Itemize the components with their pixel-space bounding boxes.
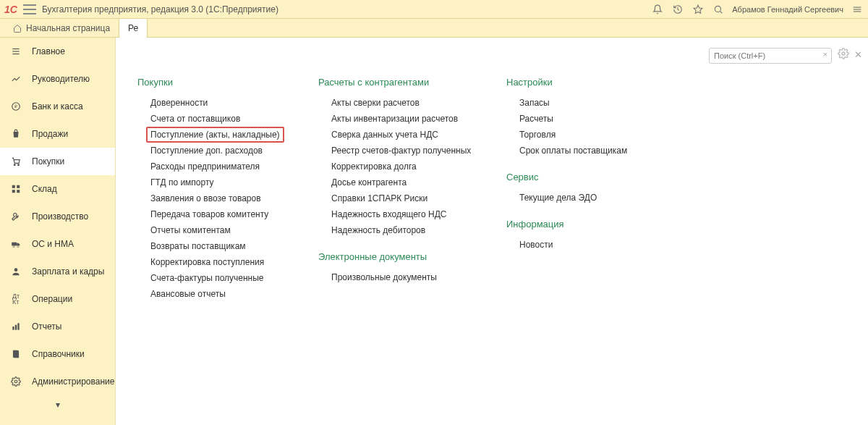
star-icon[interactable] [692,3,705,16]
svg-rect-16 [17,190,20,193]
trend-icon [10,73,22,85]
menu-link[interactable]: Справки 1СПАРК Риски [331,190,477,206]
wrench-icon [10,211,22,222]
menu-link[interactable]: Новости [519,237,651,253]
menu-link[interactable]: Досье контрагента [331,174,477,190]
svg-text:₽: ₽ [14,104,17,109]
menu-icon[interactable] [23,4,36,14]
menu-link[interactable]: Счета-фактуры полученные [150,270,289,286]
search-icon[interactable] [712,3,725,16]
truck-icon [10,238,22,250]
col-settings: НастройкиЗапасыРасчетыТорговляСрок оплат… [506,77,651,302]
svg-rect-15 [12,190,15,193]
sidebar-item-purchases[interactable]: Покупки [0,148,115,175]
menu-link[interactable]: Возвраты поставщикам [150,238,289,254]
cart-icon [10,156,22,167]
menu-link[interactable]: Счета от поставщиков [150,111,289,127]
sidebar-item-label: Отчеты [32,321,61,332]
svg-point-25 [842,52,845,55]
menu-link[interactable]: Передача товаров комитенту [150,206,289,222]
svg-rect-23 [17,323,19,329]
menu-link[interactable]: Акты инвентаризации расчетов [331,111,477,127]
sidebar-item-label: Руководителю [32,74,90,84]
sidebar-item-label: Главное [32,46,65,56]
menu-link[interactable]: Доверенности [150,95,289,111]
person-icon [10,266,22,277]
section-header: Расчеты с контрагентами [318,77,477,88]
bell-icon[interactable] [651,3,664,16]
close-panel-icon[interactable]: ✕ [854,49,862,60]
panel-settings-icon[interactable] [838,48,849,59]
sidebar-item-main[interactable]: Главное [0,38,115,65]
menu-link[interactable]: Расчеты [519,111,651,127]
menu-link[interactable]: Запасы [519,95,651,111]
menu-link[interactable]: Расходы предпринимателя [150,159,289,174]
menu-link[interactable]: Авансовые отчеты [150,286,289,302]
menu-link[interactable]: Заявления о ввозе товаров [150,190,289,206]
search-clear-icon[interactable]: × [823,50,827,59]
svg-point-20 [14,268,18,272]
section-header: Сервис [506,172,651,182]
sidebar-item-reference[interactable]: Справочники [0,340,115,368]
history-icon[interactable] [671,3,684,16]
col-settlements: Расчеты с контрагентамиАкты сверки расче… [318,77,477,302]
sidebar-item-manager[interactable]: Руководителю [0,65,115,93]
svg-point-19 [17,245,19,247]
window-menu-icon[interactable] [851,3,864,16]
sidebar-item-hr[interactable]: Зарплата и кадры [0,258,115,285]
book-icon [10,348,22,360]
menu-link[interactable]: Сверка данных учета НДС [331,127,477,143]
sidebar-item-production[interactable]: Производство [0,203,115,230]
menu-link[interactable]: Корректировка поступления [150,254,289,270]
svg-rect-17 [12,243,17,246]
section-header: Электронные документы [318,251,477,262]
col-purchases: Покупки ДоверенностиСчета от поставщиков… [137,77,289,302]
svg-rect-13 [12,185,15,188]
menu-link[interactable]: Реестр счетов-фактур полученных [331,143,477,159]
svg-point-1 [715,6,721,12]
search-input[interactable] [709,48,832,64]
menu-link[interactable]: Надежность входящего НДС [331,206,477,222]
sidebar-item-assets[interactable]: ОС и НМА [0,230,115,258]
menu-link[interactable]: Произвольные документы [331,269,477,285]
svg-point-24 [14,380,17,383]
menu-link[interactable]: Акты сверки расчетов [331,95,477,111]
home-icon [13,24,22,33]
menu-link[interactable]: Надежность дебиторов [331,222,477,238]
menu-link[interactable]: Торговля [519,127,651,143]
menu-link[interactable]: Срок оплаты поставщикам [519,143,651,159]
svg-rect-22 [15,325,17,330]
svg-rect-21 [12,327,14,330]
sidebar-item-sales[interactable]: Продажи [0,120,115,148]
grid-icon [10,183,22,195]
sidebar-item-label: Продажи [32,129,68,139]
bag-icon [10,128,22,140]
sidebar-item-reports[interactable]: Отчеты [0,313,115,340]
tab-second[interactable]: Ре [119,19,148,38]
ruble-icon: ₽ [10,101,22,112]
user-name[interactable]: Абрамов Геннадий Сергеевич [732,5,843,14]
sidebar-item-label: Склад [32,184,57,194]
sidebar-item-warehouse[interactable]: Склад [0,175,115,203]
sidebar-item-admin[interactable]: Администрирование [0,368,115,395]
sidebar-item-bank[interactable]: ₽ Банк и касса [0,93,115,120]
menu-link[interactable]: Текущие дела ЭДО [519,190,651,206]
sidebar-item-label: Банк и касса [32,101,83,111]
tab-home[interactable]: Начальная страница [4,19,119,38]
app-title: Бухгалтерия предприятия, редакция 3.0 (1… [42,4,278,14]
sidebar-item-label: Производство [32,211,88,222]
sidebar-more[interactable]: ▾ [0,395,115,414]
sidebar-item-label: Зарплата и кадры [32,266,104,277]
sidebar-item-operations[interactable]: ДтКт Операции [0,285,115,313]
menu-link[interactable]: Поступление (акты, накладные) [146,127,284,143]
svg-point-12 [18,164,20,166]
section-header: Настройки [506,77,651,88]
operations-icon: ДтКт [10,293,22,305]
menu-link[interactable]: Корректировка долга [331,159,477,174]
tab-home-label: Начальная страница [26,23,110,33]
sidebar-item-label: Администрирование [32,376,114,387]
menu-link[interactable]: ГТД по импорту [150,174,289,190]
menu-link[interactable]: Отчеты комитентам [150,222,289,238]
search-box: × [709,48,832,64]
menu-link[interactable]: Поступление доп. расходов [150,143,289,159]
